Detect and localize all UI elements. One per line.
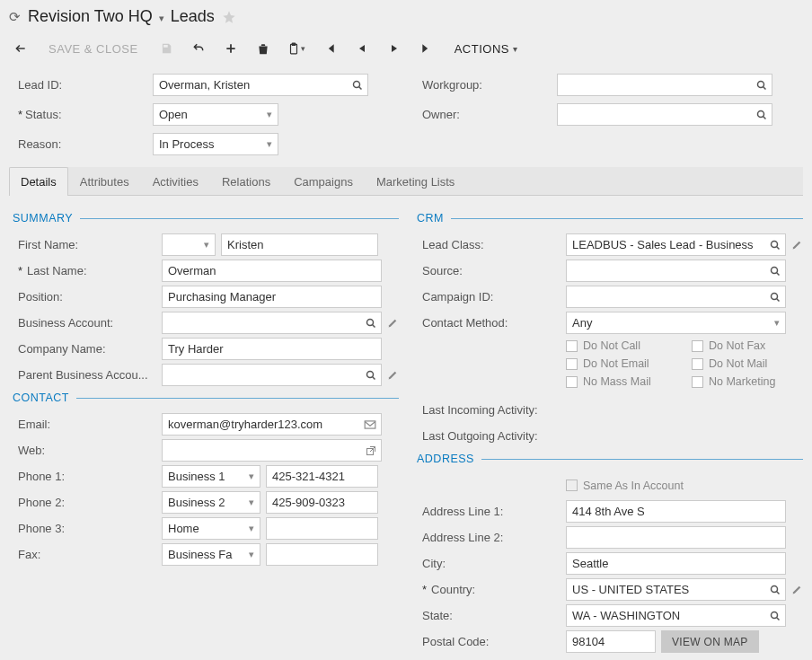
first-record-icon[interactable] — [316, 35, 343, 62]
address-line1-input[interactable] — [566, 500, 786, 523]
do-not-email-checkbox[interactable]: Do Not Email — [566, 357, 665, 370]
city-label: City: — [417, 557, 560, 570]
first-name-input[interactable] — [221, 233, 378, 256]
status-label: *Status: — [18, 108, 153, 121]
phone1-input[interactable] — [266, 465, 378, 488]
address-line2-input[interactable] — [566, 526, 786, 549]
last-outgoing-label: Last Outgoing Activity: — [417, 429, 560, 443]
company-name-input[interactable] — [162, 338, 382, 360]
save-close-button: SAVE & CLOSE — [40, 35, 147, 62]
refresh-icon[interactable]: ⟳ — [9, 9, 21, 25]
status-select[interactable]: Open — [153, 103, 278, 126]
business-account-input[interactable] — [162, 312, 382, 334]
summary-heading: SUMMARY — [13, 212, 73, 224]
contact-heading: CONTACT — [13, 392, 69, 404]
phone1-label: Phone 1: — [13, 470, 156, 483]
next-record-icon[interactable] — [381, 35, 408, 62]
tab-campaigns[interactable]: Campaigns — [282, 167, 365, 196]
address-line1-label: Address Line 1: — [417, 505, 560, 518]
owner-label: Owner: — [422, 108, 557, 121]
campaign-label: Campaign ID: — [417, 290, 560, 304]
last-name-input[interactable] — [162, 260, 382, 282]
do-not-mail-checkbox[interactable]: Do Not Mail — [692, 357, 790, 370]
fax-type-select[interactable]: Business Fa — [162, 543, 260, 566]
tab-details[interactable]: Details — [9, 167, 68, 196]
last-record-icon[interactable] — [413, 35, 440, 62]
owner-input[interactable] — [557, 103, 772, 126]
actions-menu[interactable]: ACTIONS▾ — [446, 35, 527, 62]
last-name-label: Last Name: — [13, 264, 156, 277]
phone1-type-select[interactable]: Business 1 — [162, 465, 260, 488]
breadcrumb-company[interactable]: Revision Two HQ — [28, 7, 153, 25]
workgroup-input[interactable] — [557, 74, 772, 96]
last-incoming-label: Last Incoming Activity: — [417, 403, 560, 417]
phone2-label: Phone 2: — [13, 496, 156, 509]
edit-icon[interactable] — [387, 369, 399, 381]
tab-marketing-lists[interactable]: Marketing Lists — [365, 167, 466, 196]
country-input[interactable] — [566, 578, 786, 601]
phone3-type-select[interactable]: Home — [162, 517, 260, 540]
edit-icon[interactable] — [791, 239, 803, 251]
reason-label: Reason: — [18, 137, 153, 151]
fax-input[interactable] — [266, 543, 378, 566]
email-input[interactable] — [162, 413, 382, 436]
business-account-label: Business Account: — [13, 316, 156, 330]
clipboard-icon[interactable]: ▾ — [282, 35, 311, 62]
web-label: Web: — [13, 444, 156, 457]
tab-attributes[interactable]: Attributes — [68, 167, 141, 196]
no-mass-mail-checkbox[interactable]: No Mass Mail — [566, 375, 665, 388]
country-label: Country: — [417, 583, 560, 596]
view-on-map-button[interactable]: VIEW ON MAP — [661, 630, 759, 653]
tab-bar: Details Attributes Activities Relations … — [9, 167, 803, 196]
chevron-down-icon[interactable]: ▾ — [157, 13, 166, 23]
salutation-select[interactable] — [162, 233, 216, 256]
state-input[interactable] — [566, 604, 786, 627]
add-icon[interactable] — [217, 35, 244, 62]
city-input[interactable] — [566, 552, 786, 575]
workgroup-label: Workgroup: — [422, 78, 557, 92]
tab-relations[interactable]: Relations — [210, 167, 282, 196]
phone3-label: Phone 3: — [13, 522, 156, 535]
contact-method-select[interactable]: Any — [566, 312, 786, 334]
postal-label: Postal Code: — [417, 635, 560, 648]
star-icon[interactable] — [222, 10, 236, 24]
same-as-account-checkbox[interactable]: Same As In Account — [566, 480, 684, 492]
position-label: Position: — [13, 290, 156, 304]
address-heading: ADDRESS — [417, 453, 474, 465]
campaign-input[interactable] — [566, 286, 786, 308]
do-not-call-checkbox[interactable]: Do Not Call — [566, 339, 665, 352]
phone2-type-select[interactable]: Business 2 — [162, 491, 260, 514]
lead-class-input[interactable] — [566, 233, 786, 256]
edit-icon[interactable] — [387, 317, 399, 329]
address-line2-label: Address Line 2: — [417, 531, 560, 544]
crm-heading: CRM — [417, 212, 444, 224]
parent-business-account-label: Parent Business Accou... — [13, 368, 156, 382]
do-not-fax-checkbox[interactable]: Do Not Fax — [692, 339, 790, 352]
back-icon[interactable] — [7, 35, 34, 62]
edit-icon[interactable] — [791, 584, 803, 595]
phone3-input[interactable] — [266, 517, 378, 540]
prev-record-icon[interactable] — [349, 35, 375, 62]
position-input[interactable] — [162, 286, 382, 308]
lead-class-label: Lead Class: — [417, 238, 560, 251]
contact-method-label: Contact Method: — [417, 316, 560, 330]
svg-rect-1 — [292, 43, 296, 45]
tab-activities[interactable]: Activities — [141, 167, 210, 196]
state-label: State: — [417, 609, 560, 622]
phone2-input[interactable] — [266, 491, 378, 514]
first-name-label: First Name: — [13, 238, 156, 251]
lead-id-input[interactable] — [153, 74, 368, 96]
postal-input[interactable] — [566, 630, 656, 653]
breadcrumb-page[interactable]: Leads — [171, 7, 215, 25]
fax-label: Fax: — [13, 548, 156, 561]
no-marketing-checkbox[interactable]: No Marketing — [692, 375, 790, 388]
parent-business-account-input[interactable] — [162, 364, 382, 386]
web-input[interactable] — [162, 439, 382, 462]
source-label: Source: — [417, 264, 560, 277]
undo-icon[interactable] — [185, 35, 212, 62]
email-label: Email: — [13, 418, 156, 431]
reason-select[interactable]: In Process — [153, 133, 278, 155]
delete-icon[interactable] — [250, 35, 277, 62]
source-input[interactable] — [566, 260, 786, 282]
company-name-label: Company Name: — [13, 342, 156, 356]
